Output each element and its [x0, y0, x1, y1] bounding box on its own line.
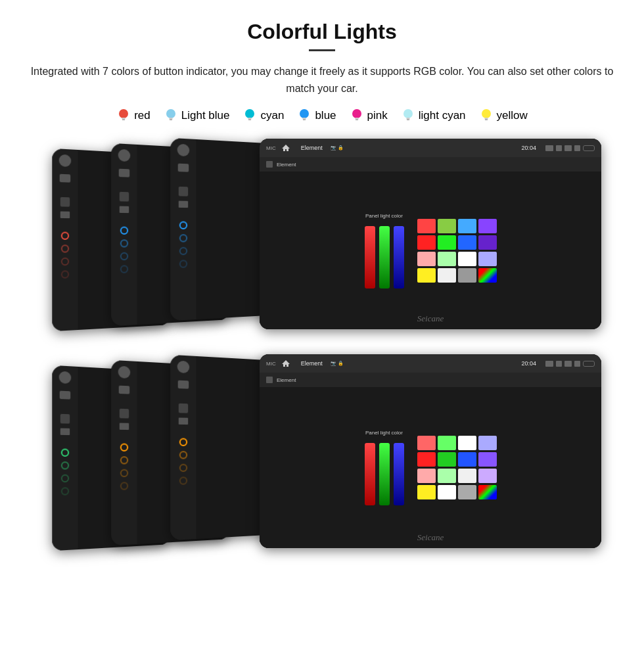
svg-rect-5 — [170, 120, 172, 121]
page-title: Colorful Lights — [26, 20, 618, 44]
subbar-label-b: Element — [277, 377, 296, 383]
svg-rect-20 — [485, 120, 488, 121]
color-label-cyan: cyan — [260, 109, 284, 122]
svg-rect-17 — [407, 120, 409, 121]
color-item-red: red — [116, 107, 150, 124]
svg-point-9 — [300, 109, 309, 118]
main-device-bottom: MIC Element 📷 🔒 20:04 — [260, 354, 601, 548]
topbar-time: 20:04 — [521, 145, 536, 151]
svg-point-6 — [245, 109, 254, 118]
color-label-blue: blue — [315, 109, 336, 122]
bulb-blue — [297, 107, 311, 124]
bulb-cyan — [242, 107, 257, 124]
svg-point-3 — [166, 109, 175, 118]
svg-rect-8 — [248, 120, 251, 121]
color-label-pink: pink — [367, 109, 388, 122]
color-item-pink: pink — [350, 107, 388, 124]
bulb-lightblue — [164, 107, 178, 124]
bottom-screens-group: MIC Element 📷 🔒 20:04 — [26, 354, 618, 565]
panel-label-bottom: Panel light color — [365, 430, 403, 436]
svg-point-15 — [403, 109, 413, 118]
topbar-title-b: Element — [301, 360, 323, 367]
svg-rect-11 — [303, 120, 306, 121]
color-item-cyan: cyan — [242, 107, 284, 124]
bulb-red — [116, 107, 131, 124]
panel-label-top: Panel light color — [365, 213, 403, 219]
color-label-lightcyan: light cyan — [419, 109, 466, 122]
svg-rect-14 — [356, 120, 358, 121]
color-label-yellow: yellow — [497, 109, 528, 122]
description: Integrated with 7 colors of button indic… — [26, 63, 618, 97]
bulb-lightcyan — [401, 107, 415, 124]
top-screens-group: MIC Element 📷 🔒 20:04 — [26, 139, 618, 342]
bulb-yellow — [479, 107, 494, 124]
bulb-pink — [350, 107, 364, 124]
title-divider — [309, 49, 335, 51]
color-item-blue: blue — [297, 107, 336, 124]
svg-point-0 — [119, 109, 128, 118]
color-item-lightcyan: light cyan — [401, 107, 466, 124]
subbar-label: Element — [277, 162, 296, 168]
color-row: red Light blue cyan — [26, 107, 618, 124]
page: Colorful Lights Integrated with 7 colors… — [0, 0, 644, 590]
svg-point-18 — [482, 109, 491, 118]
svg-point-12 — [352, 109, 361, 118]
color-item-lightblue: Light blue — [164, 107, 230, 124]
svg-rect-2 — [122, 120, 125, 121]
color-item-yellow: yellow — [479, 107, 528, 124]
topbar-title: Element — [301, 145, 323, 151]
main-device-top: MIC Element 📷 🔒 20:04 — [260, 139, 601, 329]
color-label-lightblue: Light blue — [181, 109, 230, 122]
topbar-time-b: 20:04 — [521, 360, 536, 367]
color-label-red: red — [134, 109, 150, 122]
